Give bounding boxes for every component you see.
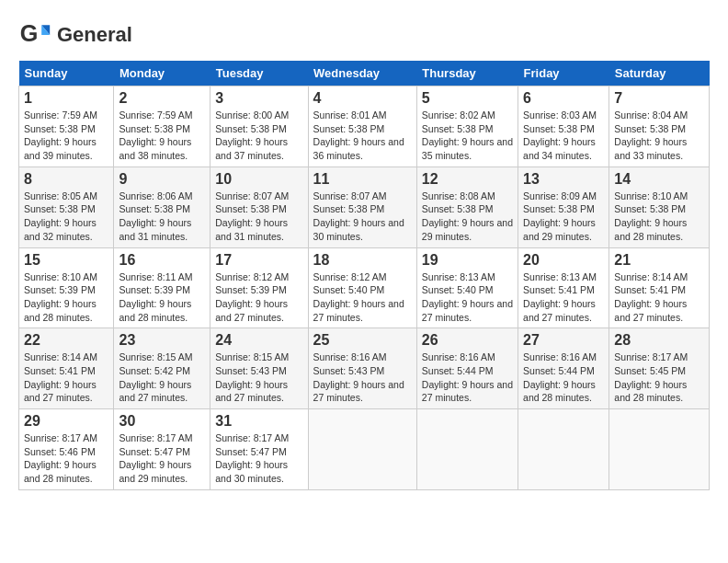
- day-cell: 15Sunrise: 8:10 AM Sunset: 5:39 PM Dayli…: [19, 247, 114, 328]
- day-info: Sunrise: 8:00 AM Sunset: 5:38 PM Dayligh…: [215, 109, 302, 163]
- day-number: 18: [313, 252, 412, 269]
- day-cell: 21Sunrise: 8:14 AM Sunset: 5:41 PM Dayli…: [609, 247, 710, 328]
- day-cell: 4Sunrise: 8:01 AM Sunset: 5:38 PM Daylig…: [308, 86, 416, 167]
- day-cell: 29Sunrise: 8:17 AM Sunset: 5:46 PM Dayli…: [19, 409, 114, 490]
- day-cell: 28Sunrise: 8:17 AM Sunset: 5:45 PM Dayli…: [609, 328, 710, 409]
- day-number: 15: [24, 252, 108, 269]
- day-cell: 13Sunrise: 8:09 AM Sunset: 5:38 PM Dayli…: [518, 167, 609, 247]
- week-row-3: 15Sunrise: 8:10 AM Sunset: 5:39 PM Dayli…: [19, 247, 710, 328]
- day-cell: 10Sunrise: 8:07 AM Sunset: 5:38 PM Dayli…: [210, 167, 308, 247]
- logo-text: General: [57, 25, 132, 45]
- day-info: Sunrise: 8:03 AM Sunset: 5:38 PM Dayligh…: [523, 109, 604, 163]
- day-number: 11: [313, 171, 412, 188]
- week-row-4: 22Sunrise: 8:14 AM Sunset: 5:41 PM Dayli…: [19, 328, 710, 409]
- day-info: Sunrise: 8:07 AM Sunset: 5:38 PM Dayligh…: [215, 190, 302, 244]
- day-number: 6: [523, 90, 604, 107]
- day-number: 7: [614, 90, 704, 107]
- calendar-table: SundayMondayTuesdayWednesdayThursdayFrid…: [18, 61, 710, 490]
- day-cell: 9Sunrise: 8:06 AM Sunset: 5:38 PM Daylig…: [114, 167, 210, 247]
- day-number: 23: [119, 332, 205, 349]
- day-info: Sunrise: 8:13 AM Sunset: 5:41 PM Dayligh…: [523, 270, 604, 325]
- day-info: Sunrise: 8:11 AM Sunset: 5:39 PM Dayligh…: [119, 270, 205, 325]
- day-info: Sunrise: 8:14 AM Sunset: 5:41 PM Dayligh…: [24, 350, 108, 405]
- day-cell: 27Sunrise: 8:16 AM Sunset: 5:44 PM Dayli…: [518, 328, 609, 409]
- day-cell: 6Sunrise: 8:03 AM Sunset: 5:38 PM Daylig…: [518, 86, 609, 167]
- day-info: Sunrise: 8:17 AM Sunset: 5:45 PM Dayligh…: [614, 350, 704, 405]
- day-info: Sunrise: 8:10 AM Sunset: 5:38 PM Dayligh…: [614, 190, 704, 244]
- col-header-friday: Friday: [518, 61, 609, 86]
- day-cell: 19Sunrise: 8:13 AM Sunset: 5:40 PM Dayli…: [416, 247, 518, 328]
- day-info: Sunrise: 8:01 AM Sunset: 5:38 PM Dayligh…: [313, 109, 412, 163]
- day-number: 4: [313, 90, 412, 107]
- day-cell: 26Sunrise: 8:16 AM Sunset: 5:44 PM Dayli…: [416, 328, 518, 409]
- logo-icon: G: [18, 18, 51, 52]
- day-number: 14: [614, 171, 704, 188]
- day-cell: 12Sunrise: 8:08 AM Sunset: 5:38 PM Dayli…: [416, 167, 518, 247]
- col-header-sunday: Sunday: [19, 61, 114, 86]
- day-number: 9: [119, 171, 205, 188]
- day-cell: [416, 409, 518, 490]
- col-header-monday: Monday: [114, 61, 210, 86]
- day-info: Sunrise: 8:09 AM Sunset: 5:38 PM Dayligh…: [523, 190, 604, 244]
- week-row-1: 1Sunrise: 7:59 AM Sunset: 5:38 PM Daylig…: [19, 86, 710, 167]
- day-info: Sunrise: 8:16 AM Sunset: 5:44 PM Dayligh…: [523, 350, 604, 405]
- col-header-tuesday: Tuesday: [210, 61, 308, 86]
- day-info: Sunrise: 8:17 AM Sunset: 5:46 PM Dayligh…: [24, 431, 108, 486]
- day-cell: 16Sunrise: 8:11 AM Sunset: 5:39 PM Dayli…: [114, 247, 210, 328]
- day-number: 19: [422, 252, 513, 269]
- day-info: Sunrise: 8:05 AM Sunset: 5:38 PM Dayligh…: [24, 190, 108, 244]
- col-header-thursday: Thursday: [416, 61, 518, 86]
- day-cell: 17Sunrise: 8:12 AM Sunset: 5:39 PM Dayli…: [210, 247, 308, 328]
- day-cell: 1Sunrise: 7:59 AM Sunset: 5:38 PM Daylig…: [19, 86, 114, 167]
- col-header-wednesday: Wednesday: [308, 61, 416, 86]
- day-info: Sunrise: 8:13 AM Sunset: 5:40 PM Dayligh…: [422, 270, 513, 325]
- day-info: Sunrise: 8:08 AM Sunset: 5:38 PM Dayligh…: [422, 190, 513, 244]
- day-info: Sunrise: 8:17 AM Sunset: 5:47 PM Dayligh…: [215, 431, 302, 486]
- day-number: 2: [119, 90, 205, 107]
- day-info: Sunrise: 7:59 AM Sunset: 5:38 PM Dayligh…: [24, 109, 108, 163]
- day-number: 30: [119, 413, 205, 430]
- day-number: 24: [215, 332, 302, 349]
- day-info: Sunrise: 8:16 AM Sunset: 5:43 PM Dayligh…: [313, 350, 412, 405]
- day-number: 26: [422, 332, 513, 349]
- day-info: Sunrise: 8:16 AM Sunset: 5:44 PM Dayligh…: [422, 350, 513, 405]
- day-info: Sunrise: 7:59 AM Sunset: 5:38 PM Dayligh…: [119, 109, 205, 163]
- day-info: Sunrise: 8:07 AM Sunset: 5:38 PM Dayligh…: [313, 190, 412, 244]
- day-cell: 11Sunrise: 8:07 AM Sunset: 5:38 PM Dayli…: [308, 167, 416, 247]
- day-info: Sunrise: 8:02 AM Sunset: 5:38 PM Dayligh…: [422, 109, 513, 163]
- day-number: 27: [523, 332, 604, 349]
- week-row-2: 8Sunrise: 8:05 AM Sunset: 5:38 PM Daylig…: [19, 167, 710, 247]
- page-header: G General: [18, 18, 710, 52]
- day-info: Sunrise: 8:15 AM Sunset: 5:43 PM Dayligh…: [215, 350, 302, 405]
- day-cell: 25Sunrise: 8:16 AM Sunset: 5:43 PM Dayli…: [308, 328, 416, 409]
- day-cell: 8Sunrise: 8:05 AM Sunset: 5:38 PM Daylig…: [19, 167, 114, 247]
- day-number: 20: [523, 252, 604, 269]
- day-number: 16: [119, 252, 205, 269]
- day-number: 25: [313, 332, 412, 349]
- day-cell: 23Sunrise: 8:15 AM Sunset: 5:42 PM Dayli…: [114, 328, 210, 409]
- day-cell: 31Sunrise: 8:17 AM Sunset: 5:47 PM Dayli…: [210, 409, 308, 490]
- svg-text:G: G: [20, 20, 39, 46]
- day-cell: 7Sunrise: 8:04 AM Sunset: 5:38 PM Daylig…: [609, 86, 710, 167]
- day-cell: [609, 409, 710, 490]
- day-number: 10: [215, 171, 302, 188]
- day-number: 13: [523, 171, 604, 188]
- day-info: Sunrise: 8:12 AM Sunset: 5:40 PM Dayligh…: [313, 270, 412, 325]
- day-info: Sunrise: 8:06 AM Sunset: 5:38 PM Dayligh…: [119, 190, 205, 244]
- day-number: 28: [614, 332, 704, 349]
- col-header-saturday: Saturday: [609, 61, 710, 86]
- day-cell: 2Sunrise: 7:59 AM Sunset: 5:38 PM Daylig…: [114, 86, 210, 167]
- logo: G General: [18, 18, 132, 52]
- day-cell: 3Sunrise: 8:00 AM Sunset: 5:38 PM Daylig…: [210, 86, 308, 167]
- day-info: Sunrise: 8:15 AM Sunset: 5:42 PM Dayligh…: [119, 350, 205, 405]
- day-info: Sunrise: 8:14 AM Sunset: 5:41 PM Dayligh…: [614, 270, 704, 325]
- day-info: Sunrise: 8:04 AM Sunset: 5:38 PM Dayligh…: [614, 109, 704, 163]
- day-cell: 20Sunrise: 8:13 AM Sunset: 5:41 PM Dayli…: [518, 247, 609, 328]
- day-cell: [308, 409, 416, 490]
- day-number: 31: [215, 413, 302, 430]
- day-info: Sunrise: 8:17 AM Sunset: 5:47 PM Dayligh…: [119, 431, 205, 486]
- day-cell: 24Sunrise: 8:15 AM Sunset: 5:43 PM Dayli…: [210, 328, 308, 409]
- day-number: 22: [24, 332, 108, 349]
- day-number: 12: [422, 171, 513, 188]
- day-info: Sunrise: 8:10 AM Sunset: 5:39 PM Dayligh…: [24, 270, 108, 325]
